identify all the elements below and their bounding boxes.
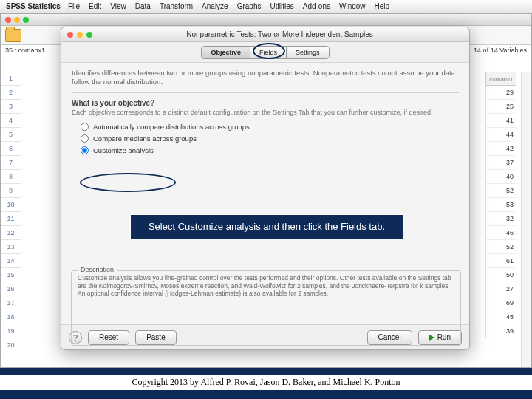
- row-header[interactable]: 14: [1, 254, 21, 268]
- tab-fields[interactable]: Fields: [250, 47, 287, 58]
- row-header[interactable]: 10: [1, 198, 21, 212]
- menu-analyze[interactable]: Analyze: [202, 2, 228, 10]
- instruction-callout: Select Customize analysis and then click…: [130, 214, 403, 239]
- zoom-icon[interactable]: [23, 17, 29, 23]
- row-header[interactable]: 18: [1, 310, 21, 324]
- intro-text: Identifies differences between two or mo…: [72, 69, 459, 86]
- app-name: SPSS Statistics: [6, 2, 61, 10]
- tab-segment: Objective Fields Settings: [201, 46, 329, 59]
- dialog-title: Nonparametric Tests: Two or More Indepen…: [96, 30, 463, 38]
- data-editor-titlebar: [1, 14, 531, 26]
- row-header[interactable]: 17: [1, 296, 21, 310]
- row-header[interactable]: 4: [1, 114, 21, 128]
- option-label: Compare medians across groups: [93, 134, 197, 143]
- row-header[interactable]: 12: [1, 226, 21, 240]
- row-header[interactable]: 9: [1, 184, 21, 198]
- option-customize-analysis[interactable]: Customize analysis: [81, 146, 459, 154]
- row-header[interactable]: 16: [1, 282, 21, 296]
- menu-transform[interactable]: Transform: [160, 2, 193, 10]
- menu-help[interactable]: Help: [375, 2, 390, 10]
- cell[interactable]: 44: [485, 128, 516, 142]
- minimize-icon[interactable]: [14, 17, 20, 23]
- copyright-footer: Copyright 2013 by Alfred P. Rovai, Jason…: [0, 375, 532, 390]
- row-headers: 1 2 3 4 5 6 7 8 9 10 11 12 13 14 15 16 1…: [1, 72, 21, 367]
- row-header[interactable]: 1: [1, 72, 21, 86]
- menu-graphs[interactable]: Graphs: [237, 2, 262, 10]
- cell[interactable]: 53: [485, 198, 516, 212]
- description-text: Customize analysis allows you fine-grain…: [78, 274, 454, 298]
- tab-objective[interactable]: Objective: [202, 47, 250, 58]
- cell-ref: 35 : comanx1: [5, 47, 45, 56]
- cell[interactable]: 37: [485, 156, 516, 170]
- option-auto-compare[interactable]: Automatically compare distributions acro…: [81, 123, 459, 131]
- row-header[interactable]: 19: [1, 324, 21, 338]
- mac-menubar: SPSS Statistics File Edit View Data Tran…: [0, 0, 532, 13]
- minimize-icon[interactable]: [77, 32, 83, 38]
- description-groupbox: Customize analysis allows you fine-grain…: [71, 270, 461, 346]
- menu-window[interactable]: Window: [339, 2, 366, 10]
- cell[interactable]: 61: [485, 254, 516, 268]
- dialog-tab-bar: Objective Fields Settings: [61, 42, 469, 63]
- cell[interactable]: 32: [485, 212, 516, 226]
- objective-heading: What is your objective?: [72, 99, 459, 107]
- zoom-icon[interactable]: [86, 32, 92, 38]
- row-header[interactable]: 8: [1, 170, 21, 184]
- menu-view[interactable]: View: [110, 2, 126, 10]
- option-compare-medians[interactable]: Compare medians across groups: [81, 134, 459, 143]
- row-header[interactable]: 3: [1, 100, 21, 114]
- row-header[interactable]: 11: [1, 212, 21, 226]
- menu-data[interactable]: Data: [135, 2, 151, 10]
- vertical-scrollbar[interactable]: [521, 72, 531, 367]
- cell[interactable]: 46: [485, 226, 516, 240]
- var-count: 14 of 14 Variables: [474, 47, 527, 56]
- radio-compare-medians[interactable]: [81, 134, 89, 143]
- objective-subtext: Each objective corresponds to a distinct…: [72, 109, 459, 117]
- divider: [72, 92, 459, 93]
- cell[interactable]: 69: [485, 296, 516, 310]
- row-header[interactable]: 5: [1, 128, 21, 142]
- row-header[interactable]: 6: [1, 142, 21, 156]
- option-label: Customize analysis: [93, 146, 154, 154]
- visible-data-column: comanx1 29 25 41 44 42 37 40 52 53 32 46…: [485, 72, 516, 338]
- row-header[interactable]: 13: [1, 240, 21, 254]
- cell[interactable]: 42: [485, 142, 516, 156]
- close-icon[interactable]: [67, 32, 73, 38]
- radio-customize-analysis[interactable]: [81, 146, 89, 154]
- menu-addons[interactable]: Add-ons: [303, 2, 330, 10]
- cell[interactable]: 39: [485, 324, 516, 338]
- column-header[interactable]: comanx1: [485, 72, 516, 86]
- cell[interactable]: 25: [485, 100, 516, 114]
- cell[interactable]: 45: [485, 310, 516, 324]
- close-icon[interactable]: [5, 17, 11, 23]
- cell[interactable]: 50: [485, 268, 516, 282]
- cell[interactable]: 27: [485, 282, 516, 296]
- menu-file[interactable]: File: [68, 2, 80, 10]
- cell[interactable]: 40: [485, 170, 516, 184]
- dialog-titlebar: Nonparametric Tests: Two or More Indepen…: [61, 27, 469, 42]
- cell[interactable]: 41: [485, 114, 516, 128]
- row-header[interactable]: 15: [1, 268, 21, 282]
- menu-edit[interactable]: Edit: [89, 2, 101, 10]
- cell[interactable]: 29: [485, 86, 516, 100]
- open-file-icon[interactable]: [5, 29, 21, 42]
- tab-settings[interactable]: Settings: [287, 47, 329, 58]
- row-header[interactable]: 2: [1, 86, 21, 100]
- radio-auto-compare[interactable]: [81, 123, 89, 131]
- option-label: Automatically compare distributions acro…: [93, 123, 250, 131]
- cell[interactable]: 52: [485, 240, 516, 254]
- menu-utilities[interactable]: Utilities: [270, 2, 293, 10]
- row-header[interactable]: 20: [1, 338, 21, 352]
- row-header[interactable]: 7: [1, 156, 21, 170]
- cell[interactable]: 52: [485, 184, 516, 198]
